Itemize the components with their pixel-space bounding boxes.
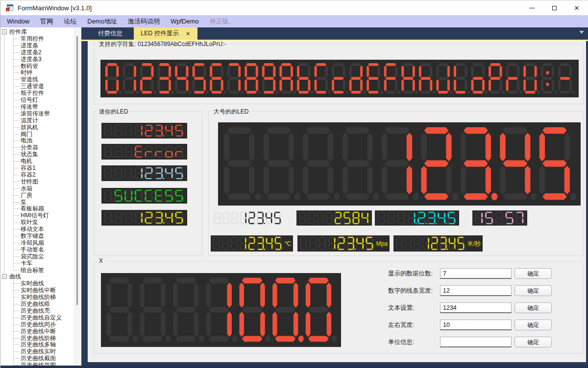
tree-connector xyxy=(13,93,20,93)
tab-close-icon[interactable]: ✕ xyxy=(186,30,191,37)
collapse-icon[interactable]: − xyxy=(2,274,7,279)
menu-item[interactable]: 官网 xyxy=(35,17,58,26)
tree-item[interactable]: 历史曲线实时 xyxy=(0,348,79,355)
tree-item[interactable]: 历史曲线亮 xyxy=(0,307,79,314)
tree-item[interactable]: 温度计 xyxy=(0,117,79,124)
form-label: 显示的数据位数: xyxy=(388,270,440,278)
tree-connector xyxy=(13,114,20,114)
tree-item[interactable]: 看板标题 xyxy=(0,205,79,212)
confirm-button[interactable]: 确定 xyxy=(514,337,552,347)
tree-connector xyxy=(13,358,20,359)
unit-label: 米/秒 xyxy=(467,241,481,247)
tree-connector xyxy=(13,318,20,318)
menu-item[interactable]: Window xyxy=(1,18,35,25)
form-input-1[interactable] xyxy=(440,285,512,296)
tree-item[interactable]: 瓶子控件 xyxy=(0,90,79,96)
form-input-4[interactable] xyxy=(440,337,512,347)
tree-item[interactable]: 泵 xyxy=(0,199,79,206)
confirm-button[interactable]: 确定 xyxy=(514,320,552,330)
tree-item[interactable]: 进度条3 xyxy=(0,56,79,63)
confirm-button[interactable]: 确定 xyxy=(514,268,552,279)
menu-item[interactable]: 持正版。 xyxy=(204,17,241,26)
tree-item[interactable]: 移动文本 xyxy=(0,226,79,232)
form-row: 文本设置:确定 xyxy=(388,302,581,313)
tree-group-控件库[interactable]: −控件库 xyxy=(0,28,79,35)
tree-item[interactable]: 三通管道 xyxy=(0,83,79,90)
seven-segment-display xyxy=(299,236,375,251)
tree-item[interactable]: 水箱 xyxy=(0,185,79,192)
form-input-0[interactable] xyxy=(440,268,512,279)
sidebar-scrollbar-thumb[interactable] xyxy=(76,36,78,305)
seven-segment-display xyxy=(222,125,577,203)
x-groupbox: X 显示的数据位数:确定数字的线条宽度:确定文本设置:确定左右宽度:确定单位信息… xyxy=(94,261,584,354)
form-row: 显示的数据位数:确定 xyxy=(388,268,581,279)
tree-connector xyxy=(13,59,20,60)
tree-item[interactable]: 组合标签 xyxy=(0,267,79,274)
tree-item[interactable]: 进度条2 xyxy=(0,49,79,56)
tree-item[interactable]: 管道线 xyxy=(0,76,79,83)
tree-item[interactable]: 双叶泵 xyxy=(0,219,79,226)
tree-item[interactable]: 分类器 xyxy=(0,144,79,151)
tree-item[interactable]: 历史曲线中断 xyxy=(0,328,79,335)
seven-segment-display xyxy=(104,167,185,180)
tree-item[interactable]: 历史曲线阶梯 xyxy=(0,335,79,342)
tree-connector xyxy=(13,243,20,243)
menu-item[interactable]: 激活码说明 xyxy=(122,17,165,26)
close-button[interactable]: ✕ xyxy=(565,0,588,15)
tree-group-曲线[interactable]: −曲线 xyxy=(0,273,79,280)
menu-item[interactable]: Demo地址 xyxy=(82,17,122,26)
tree-item[interactable]: 时钟 xyxy=(0,69,79,76)
tree-item[interactable]: 冷却风扇 xyxy=(0,239,79,246)
tree-item[interactable]: 历史曲线截面 xyxy=(0,355,79,362)
tree-item[interactable]: HMI信号灯 xyxy=(0,212,79,219)
tree-item[interactable]: 厂房 xyxy=(0,192,79,199)
unit-led-celsius: ℃ xyxy=(211,235,293,252)
collapse-icon[interactable]: − xyxy=(2,29,7,34)
tree-item[interactable]: 历史曲线自定义 xyxy=(0,314,79,321)
tree-item[interactable]: 鼓风机 xyxy=(0,124,79,131)
menu-item[interactable]: WpfDemo xyxy=(165,18,204,25)
tab-led-controls[interactable]: LED 控件显示 ✕ xyxy=(134,27,197,40)
tree-item[interactable]: 历史曲线同步 xyxy=(0,321,79,328)
window-bottom-border xyxy=(0,366,588,368)
tree-item[interactable]: 常用控件 xyxy=(0,35,79,42)
tree-connector xyxy=(13,72,20,73)
tab-payment-info[interactable]: 付费信息 xyxy=(89,27,132,40)
tree-item[interactable]: 电机 xyxy=(0,158,79,164)
tree-item[interactable]: 历史曲线暗 xyxy=(0,300,79,307)
tree-item[interactable]: 实时曲线中断 xyxy=(0,287,79,294)
tree-item[interactable]: 进度条 xyxy=(0,42,79,49)
small-led-yellow xyxy=(296,210,372,226)
tree-item[interactable]: 状态集 xyxy=(0,151,79,158)
tree-item[interactable]: 袋式除尘 xyxy=(0,253,79,260)
tree-item[interactable]: 实时曲线 xyxy=(0,280,79,287)
form-input-3[interactable] xyxy=(440,320,512,330)
tree-item[interactable]: 信号灯 xyxy=(0,96,79,103)
form-label: 文本设置: xyxy=(388,304,440,312)
form-input-2[interactable] xyxy=(440,302,512,313)
tree-item[interactable]: 阀门 xyxy=(0,131,79,138)
tree-item[interactable]: 容器2 xyxy=(0,171,79,178)
maximize-icon xyxy=(552,6,557,10)
tree-connector xyxy=(13,324,20,325)
confirm-button[interactable]: 确定 xyxy=(514,285,552,296)
minimize-button[interactable] xyxy=(520,0,543,15)
seven-segment-display xyxy=(213,236,283,251)
tree-item[interactable]: 滚筒传送带 xyxy=(0,110,79,117)
tree-item[interactable]: 容器1 xyxy=(0,164,79,171)
tree-connector xyxy=(13,168,20,168)
maximize-button[interactable] xyxy=(543,0,565,15)
tree-item[interactable]: 数字键盘 xyxy=(0,232,79,239)
tree-item[interactable]: 甘特图 xyxy=(0,178,79,185)
tree-item[interactable]: 手动签名 xyxy=(0,246,79,253)
menu-item[interactable]: 论坛 xyxy=(58,17,82,26)
tree-item[interactable]: 卡车 xyxy=(0,260,79,267)
tree-item[interactable]: 电池 xyxy=(0,137,79,144)
tree-item[interactable]: 传送带 xyxy=(0,103,79,110)
tree-item[interactable]: 历史曲线多轴 xyxy=(0,341,79,348)
tree-item[interactable]: 实时曲线阶梯 xyxy=(0,294,79,300)
tab-list-dropdown-icon[interactable] xyxy=(579,31,584,34)
confirm-button[interactable]: 确定 xyxy=(514,302,552,313)
tree-item[interactable]: 数码管 xyxy=(0,63,79,69)
small-led-cyan xyxy=(375,210,459,226)
